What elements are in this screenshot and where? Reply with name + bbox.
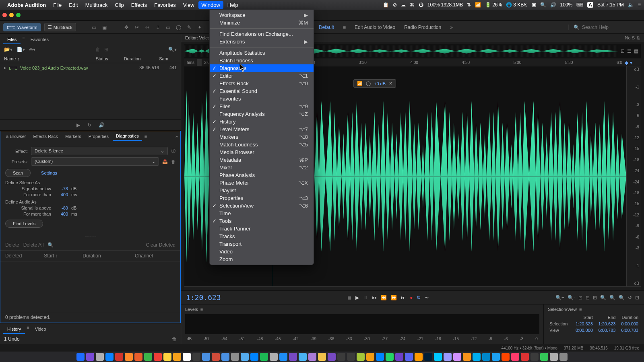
dock-app-icon[interactable] bbox=[357, 353, 365, 361]
dock-app-icon[interactable] bbox=[192, 353, 200, 361]
dock-app-icon[interactable] bbox=[270, 353, 278, 361]
menubar-icon[interactable]: ⌘ bbox=[410, 2, 415, 8]
dock-app-icon[interactable] bbox=[434, 353, 442, 361]
window-menu-item[interactable]: Playlist bbox=[210, 187, 314, 194]
delete-button[interactable]: Delete bbox=[5, 242, 19, 248]
dock-app-icon[interactable] bbox=[86, 353, 94, 361]
dock-app-icon[interactable] bbox=[96, 353, 104, 361]
silence-ms-value[interactable]: 400 bbox=[54, 192, 68, 197]
window-menu-item[interactable]: Markers⌥8 bbox=[210, 133, 314, 141]
dock-app-icon[interactable] bbox=[444, 353, 452, 361]
menu-effects[interactable]: Effects bbox=[128, 1, 151, 9]
dock-app-icon[interactable] bbox=[154, 353, 162, 361]
menubar-icon[interactable]: ⏻ bbox=[419, 2, 423, 8]
menu-file[interactable]: File bbox=[50, 1, 65, 9]
to-end-button[interactable]: ⏭ bbox=[401, 295, 406, 300]
zoom-icon[interactable]: ⊡ bbox=[635, 295, 639, 300]
tab-markers[interactable]: Markers bbox=[62, 132, 85, 140]
stop-button[interactable]: ◼ bbox=[347, 295, 351, 300]
menubar-input-icon[interactable]: A bbox=[587, 2, 593, 8]
tab-history[interactable]: History bbox=[3, 325, 25, 334]
workspace-radio[interactable]: Radio Production bbox=[404, 25, 441, 30]
dock-app-icon[interactable] bbox=[260, 353, 268, 361]
tool-move-icon[interactable]: ✥ bbox=[123, 24, 130, 31]
forward-button[interactable]: ⏩ bbox=[391, 295, 397, 300]
tool-lasso-icon[interactable]: ◯ bbox=[175, 24, 182, 31]
col-status[interactable]: Status bbox=[96, 56, 124, 61]
tool-marquee-icon[interactable]: ▭ bbox=[165, 24, 172, 31]
dock-app-icon[interactable] bbox=[405, 353, 413, 361]
dock-app-icon[interactable] bbox=[144, 353, 152, 361]
search-help[interactable]: 🔍 Search Help bbox=[568, 25, 641, 30]
dock-app-icon[interactable] bbox=[463, 353, 471, 361]
window-menu-item[interactable]: Tracks bbox=[210, 232, 314, 240]
view-end[interactable]: 6:00.783 bbox=[594, 327, 617, 333]
window-menu-item[interactable]: Match Loudness⌥5 bbox=[210, 141, 314, 148]
zoom-icon[interactable]: ⊞ bbox=[593, 295, 597, 300]
dock-app-icon[interactable] bbox=[347, 353, 355, 361]
window-menu-item[interactable]: ✓Level Meters⌥7 bbox=[210, 125, 314, 133]
panel-menu-icon[interactable]: ≡ bbox=[22, 35, 25, 44]
window-controls[interactable] bbox=[2, 13, 21, 17]
tool-time-icon[interactable]: 𝙸 bbox=[154, 24, 161, 31]
file-row[interactable]: ▸⫍⫎Voice 023_sd Audio Extracted.wav 36:4… bbox=[0, 63, 181, 72]
signal-above-value[interactable]: -80 bbox=[54, 206, 68, 210]
dock-app-icon[interactable] bbox=[212, 353, 220, 361]
col-duration[interactable]: Duration bbox=[83, 253, 130, 259]
menubar-icon[interactable]: ▣ bbox=[532, 2, 536, 8]
tab-diagnostics[interactable]: Diagnostics bbox=[113, 132, 142, 141]
info-icon[interactable]: ⓘ bbox=[171, 148, 175, 154]
loop-icon[interactable]: ↻ bbox=[87, 122, 91, 128]
tab-video[interactable]: Video bbox=[31, 325, 50, 334]
tool-slip-icon[interactable]: ⇔ bbox=[144, 24, 151, 31]
dock-app-icon[interactable] bbox=[202, 353, 210, 361]
window-menu-item[interactable]: Minimize⌘M bbox=[210, 19, 314, 27]
window-menu-item[interactable]: Favorites bbox=[210, 95, 314, 103]
dock-app-icon[interactable] bbox=[134, 353, 142, 361]
panel-menu-icon[interactable]: ≡ bbox=[144, 134, 147, 139]
menu-view[interactable]: View bbox=[180, 1, 198, 9]
waveform-toggle[interactable]: ⫍⫎Waveform bbox=[3, 23, 41, 31]
menubar-app[interactable]: Adobe Audition bbox=[4, 1, 49, 9]
menu-clip[interactable]: Clip bbox=[111, 1, 127, 9]
dock-app-icon[interactable] bbox=[415, 353, 423, 361]
zoom-sel-icon[interactable]: ⊟ bbox=[586, 295, 590, 300]
window-menu-item[interactable]: ✓Tools bbox=[210, 217, 314, 225]
window-menu-item[interactable]: ✓Files⌥9 bbox=[210, 103, 314, 110]
levels-meter[interactable] bbox=[185, 314, 539, 334]
marker-icon[interactable]: ▾ bbox=[630, 60, 632, 66]
window-menu-item[interactable]: Video bbox=[210, 248, 314, 255]
window-menu-item[interactable]: Mixer⌥2 bbox=[210, 164, 314, 171]
knob-icon[interactable]: ◯ bbox=[366, 81, 371, 86]
window-menu-item[interactable]: Properties⌥3 bbox=[210, 194, 314, 202]
macos-dock[interactable] bbox=[0, 352, 644, 362]
tab-files[interactable]: Files bbox=[3, 35, 21, 44]
files-columns[interactable]: Name ↑ Status Duration Sam bbox=[0, 55, 181, 63]
zoom-in-icon[interactable]: 🔍+ bbox=[555, 295, 564, 300]
workspace-default[interactable]: Default bbox=[319, 25, 334, 30]
menu-favorites[interactable]: Favorites bbox=[151, 1, 179, 9]
dock-app-icon[interactable] bbox=[337, 353, 345, 361]
play-button[interactable]: ▶ bbox=[355, 295, 359, 300]
tab-browser[interactable]: a Browser bbox=[3, 132, 29, 140]
window-menu-item[interactable]: Track Panner bbox=[210, 225, 314, 232]
menubar-icon[interactable]: ⇅ bbox=[467, 2, 471, 8]
dock-app-icon[interactable] bbox=[115, 353, 123, 361]
tool-icon[interactable]: ▭ bbox=[91, 24, 98, 31]
tab-effects-rack[interactable]: Effects Rack bbox=[30, 132, 62, 140]
dock-app-icon[interactable] bbox=[473, 353, 481, 361]
history-item[interactable]: 1 Undo bbox=[4, 336, 20, 342]
dock-app-icon[interactable] bbox=[550, 353, 558, 361]
dock-app-icon[interactable] bbox=[386, 353, 394, 361]
dock-app-icon[interactable] bbox=[511, 353, 519, 361]
dock-app-icon[interactable] bbox=[318, 353, 326, 361]
find-levels-button[interactable]: Find Levels bbox=[5, 220, 43, 228]
col-name[interactable]: Name ↑ bbox=[4, 56, 96, 61]
window-menu-item[interactable]: Find Extensions on Exchange... bbox=[210, 30, 314, 38]
dock-app-icon[interactable] bbox=[250, 353, 258, 361]
trash-icon[interactable]: 🗑︎ bbox=[172, 336, 177, 342]
menubar-clock[interactable]: Sat 7:15 PM bbox=[597, 2, 624, 8]
settings-icon[interactable]: ☰ bbox=[627, 48, 632, 54]
window-menu-item[interactable]: Batch Process bbox=[210, 57, 314, 64]
pause-button[interactable]: ⏸ bbox=[363, 295, 368, 300]
